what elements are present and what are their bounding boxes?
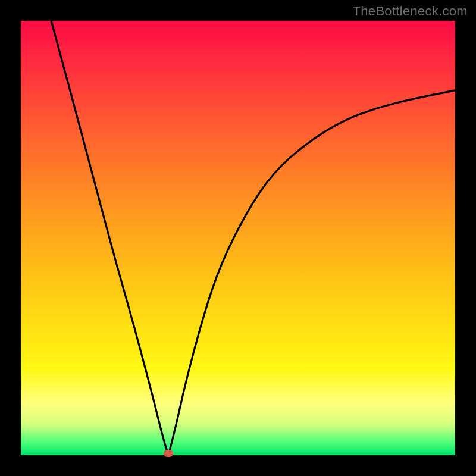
min-marker [164,450,173,457]
bottleneck-curve [21,21,455,455]
plot-area [21,21,455,455]
chart-frame: TheBottleneck.com [0,0,476,476]
curve-path [51,21,455,455]
watermark-text: TheBottleneck.com [353,4,468,19]
